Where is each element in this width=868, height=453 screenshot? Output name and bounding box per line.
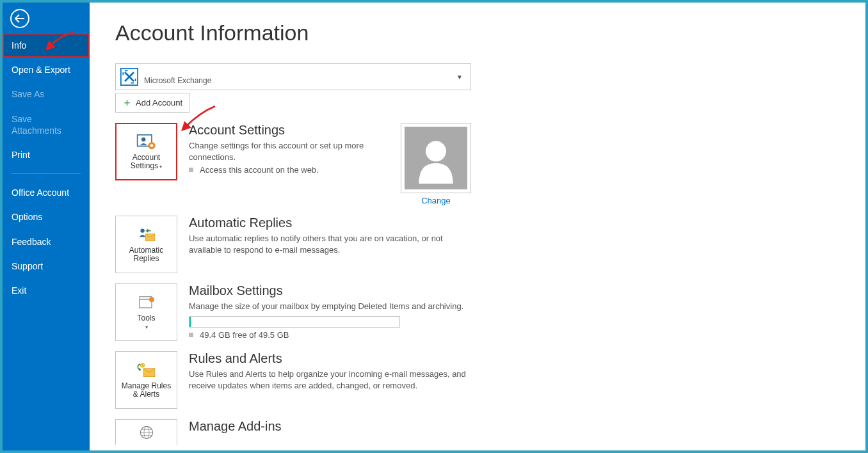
tile-label: Tools▾ bbox=[137, 314, 155, 331]
automatic-replies-tile[interactable]: Automatic Replies bbox=[115, 216, 177, 273]
change-photo-link[interactable]: Change bbox=[421, 196, 451, 205]
sidebar-item-print[interactable]: Print bbox=[3, 143, 90, 167]
manage-addins-tile[interactable] bbox=[115, 419, 177, 445]
sidebar-item-options[interactable]: Options bbox=[3, 205, 90, 229]
sidebar-item-label: Print bbox=[12, 150, 30, 160]
web-access-text: Access this account on the web. bbox=[200, 165, 319, 175]
sidebar-item-info[interactable]: Info bbox=[3, 33, 90, 58]
svg-point-4 bbox=[150, 144, 153, 147]
plus-icon: ＋ bbox=[122, 97, 132, 109]
person-placeholder-icon bbox=[410, 132, 462, 184]
tile-label: Manage Rules & Alerts bbox=[118, 382, 174, 399]
sidebar-item-office-account[interactable]: Office Account bbox=[3, 180, 90, 205]
account-settings-icon bbox=[136, 133, 157, 151]
section-title-account-settings: Account Settings bbox=[189, 123, 401, 138]
sidebar-item-label: Office Account bbox=[12, 187, 69, 198]
svg-point-10 bbox=[149, 297, 154, 302]
sidebar-item-label: Feedback bbox=[12, 237, 51, 247]
sidebar-item-support[interactable]: Support bbox=[3, 254, 90, 278]
page-title: Account Information bbox=[115, 20, 840, 45]
tile-label: Account Settings▾ bbox=[119, 154, 173, 170]
rules-alerts-icon bbox=[136, 362, 157, 379]
sidebar-item-exit[interactable]: Exit bbox=[3, 278, 90, 303]
add-account-label: Add Account bbox=[136, 98, 182, 107]
sidebar-item-label: Options bbox=[12, 212, 42, 222]
chevron-down-icon: ▼ bbox=[456, 74, 463, 81]
add-account-button[interactable]: ＋ Add Account bbox=[115, 93, 189, 113]
sidebar-item-label: Support bbox=[12, 261, 43, 271]
account-settings-tile[interactable]: Account Settings▾ bbox=[115, 123, 177, 180]
sidebar-item-label: Open & Export bbox=[12, 65, 70, 75]
tools-icon bbox=[136, 294, 157, 312]
svg-point-2 bbox=[141, 138, 145, 141]
sidebar-item-open-export[interactable]: Open & Export bbox=[3, 58, 90, 82]
section-title-manage-addins: Manage Add-ins bbox=[189, 419, 282, 434]
automatic-replies-icon bbox=[136, 226, 157, 244]
section-desc: Manage the size of your mailbox by empty… bbox=[189, 301, 463, 312]
sidebar-item-save-attachments: Save Attachments bbox=[3, 107, 90, 143]
sidebar-item-label: Save As bbox=[12, 89, 44, 99]
mailbox-free-text: 49.4 GB free of 49.5 GB bbox=[200, 330, 289, 340]
svg-point-6 bbox=[140, 228, 144, 232]
mailbox-usage-bar bbox=[189, 316, 400, 328]
bullet-icon bbox=[189, 333, 193, 337]
account-selector-dropdown[interactable]: Microsoft Exchange ▼ bbox=[115, 63, 471, 90]
addins-globe-icon bbox=[136, 424, 157, 441]
sidebar-item-label: Save Attachments bbox=[12, 114, 61, 136]
manage-rules-alerts-tile[interactable]: Manage Rules & Alerts bbox=[115, 351, 177, 409]
sidebar-separator bbox=[12, 173, 81, 174]
section-desc: Use Rules and Alerts to help organize yo… bbox=[189, 369, 470, 391]
section-desc: Change settings for this account or set … bbox=[189, 140, 401, 163]
section-desc: Use automatic replies to notify others t… bbox=[189, 233, 470, 255]
tile-label: Automatic Replies bbox=[118, 246, 174, 263]
avatar bbox=[401, 123, 471, 193]
main-content: Account Information Microsoft Exchange ▼… bbox=[90, 3, 865, 450]
section-title-rules-alerts: Rules and Alerts bbox=[189, 351, 470, 366]
back-button[interactable] bbox=[10, 9, 29, 28]
section-title-mailbox-settings: Mailbox Settings bbox=[189, 283, 463, 298]
svg-point-5 bbox=[426, 141, 446, 161]
back-arrow-icon bbox=[15, 14, 25, 23]
sidebar-item-save-as: Save As bbox=[3, 82, 90, 106]
sidebar-item-label: Exit bbox=[12, 285, 26, 296]
sidebar-item-feedback[interactable]: Feedback bbox=[3, 230, 90, 254]
exchange-icon bbox=[120, 67, 139, 86]
account-type-label: Microsoft Exchange bbox=[144, 76, 211, 85]
tools-tile[interactable]: Tools▾ bbox=[115, 283, 177, 341]
sidebar-item-label: Info bbox=[12, 40, 26, 51]
section-title-automatic-replies: Automatic Replies bbox=[189, 216, 470, 230]
mailbox-usage-fill bbox=[189, 317, 191, 327]
file-backstage-sidebar: Info Open & Export Save As Save Attachme… bbox=[3, 3, 90, 450]
bullet-icon bbox=[189, 168, 193, 172]
